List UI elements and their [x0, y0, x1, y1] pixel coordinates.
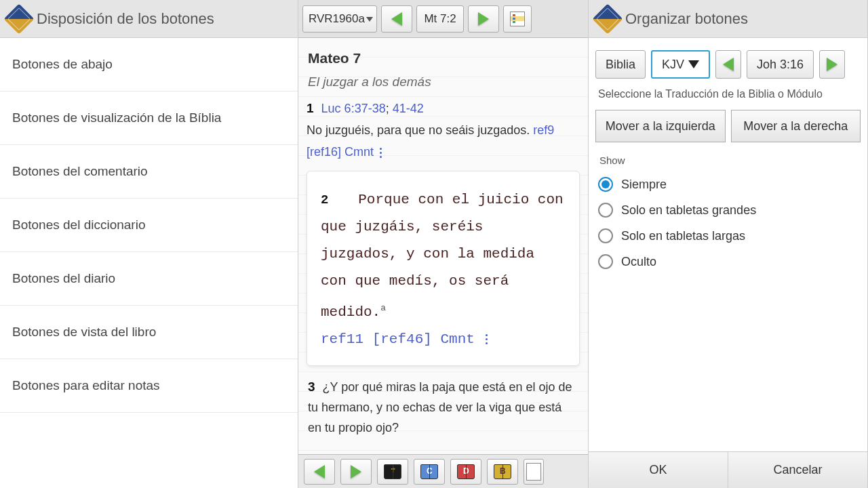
radio-icon	[598, 228, 613, 243]
list-item[interactable]: Botones del diario	[0, 252, 298, 306]
reference-button[interactable]: Mt 7:2	[416, 5, 464, 33]
ref-link[interactable]: ref11	[321, 331, 363, 347]
commentary-link[interactable]: Cmnt	[440, 331, 474, 347]
list-item[interactable]: Botones de visualización de la Bíblia	[0, 92, 298, 145]
bible-toolbar: RVR1960a Mt 7:2	[298, 0, 588, 38]
arrow-right-icon	[351, 465, 361, 479]
verse-number: 1	[307, 101, 314, 115]
reference-button[interactable]: Joh 3:16	[747, 50, 814, 79]
arrow-left-icon	[314, 465, 325, 479]
bible-book-button[interactable]	[377, 459, 408, 485]
prev-button[interactable]	[381, 5, 412, 33]
arrow-left-icon	[391, 12, 402, 26]
panel-center: RVR1960a Mt 7:2 Mateo 7 El juzgar a los …	[298, 0, 589, 488]
bible-text-area: Mateo 7 El juzgar a los demás 1 Luc 6:37…	[298, 38, 588, 454]
version-button-selected[interactable]: KJV	[651, 50, 710, 79]
panel-right: Organizar botones Biblia KJV Joh 3:16 Se…	[589, 0, 868, 488]
version-label: RVR1960a	[309, 12, 365, 26]
arrow-right-icon	[478, 12, 489, 26]
book-button[interactable]	[487, 459, 518, 485]
move-row: Mover a la izquierda Mover a la derecha	[589, 110, 867, 155]
header-right: Organizar botones	[589, 0, 867, 38]
caption-text: Seleccione la Traducción de la Biblia o …	[589, 85, 867, 110]
verse-number: 3	[308, 380, 315, 394]
ok-button[interactable]: OK	[589, 452, 728, 488]
commentary-book-button[interactable]	[414, 459, 445, 485]
commentary-link[interactable]: Cmnt	[344, 145, 374, 159]
bible-icon	[384, 464, 401, 479]
biblia-button[interactable]: Biblia	[595, 50, 646, 79]
radio-option[interactable]: Solo en tabletas largas	[598, 223, 858, 249]
notes-icon	[526, 463, 541, 481]
verse-text: No juzguéis, para que no seáis juzgados.	[307, 123, 533, 137]
verse-row: 3 ¿Y por qué miras la paja que está en e…	[307, 377, 580, 438]
radio-option[interactable]: Solo en tabletas grandes	[598, 197, 858, 223]
radio-option[interactable]: Oculto	[598, 249, 858, 274]
list-item[interactable]: Botones del comentario	[0, 145, 298, 199]
arrow-right-icon	[827, 58, 837, 71]
list-item[interactable]: Botones para editar notas	[0, 359, 298, 413]
header-left: Disposición de los botones	[0, 0, 298, 38]
radio-option[interactable]: Siempre	[598, 171, 858, 197]
section-heading: El juzgar a los demás	[308, 75, 580, 89]
radio-icon	[598, 177, 613, 192]
verse-text: ¿Y por qué miras la paja que está en el …	[308, 380, 572, 434]
header-title-left: Disposición de los botones	[37, 10, 214, 28]
list-item[interactable]: Botones del diccionario	[0, 199, 298, 252]
next-button[interactable]	[468, 5, 499, 33]
move-right-button[interactable]: Mover a la derecha	[731, 110, 861, 142]
cross-ref-link[interactable]: Luc 6:37-38	[321, 102, 386, 115]
header-title-right: Organizar botones	[625, 10, 748, 28]
dictionary-icon	[457, 464, 475, 479]
organize-toolbar: Biblia KJV Joh 3:16	[589, 38, 867, 85]
chapter-title: Mateo 7	[308, 50, 580, 66]
chevron-down-icon	[366, 17, 373, 22]
ref-link[interactable]: ref9	[533, 123, 554, 137]
footnote-mark[interactable]: a	[380, 303, 386, 313]
prev-footer-button[interactable]	[304, 459, 335, 485]
list-item[interactable]: Botones de abajo	[0, 38, 298, 92]
arrow-left-icon	[723, 58, 734, 71]
app-icon	[592, 3, 623, 34]
radio-icon	[598, 254, 613, 269]
dialog-footer: OK Cancelar	[589, 451, 867, 488]
dictionary-book-button[interactable]	[450, 459, 481, 485]
next-footer-button[interactable]	[340, 459, 372, 485]
parallel-icon	[510, 12, 525, 26]
verse-row: 1 Luc 6:37-38; 41-42 No juzguéis, para q…	[307, 98, 580, 163]
chevron-down-icon	[688, 60, 699, 68]
show-radio-group: Siempre Solo en tabletas grandes Solo en…	[589, 171, 867, 274]
book-icon	[494, 464, 511, 479]
commentary-icon	[420, 464, 438, 479]
notes-button[interactable]	[524, 459, 544, 485]
list-item[interactable]: Botones de vista del libro	[0, 306, 298, 359]
panel-left: Disposición de los botones Botones de ab…	[0, 0, 298, 488]
more-icon[interactable]	[486, 338, 488, 340]
more-icon[interactable]	[380, 152, 382, 154]
app-icon	[3, 3, 34, 34]
ref-link[interactable]: [ref46]	[372, 331, 432, 347]
cancel-button[interactable]: Cancelar	[728, 452, 867, 488]
version-selector[interactable]: RVR1960a	[302, 5, 377, 33]
radio-icon	[598, 203, 613, 218]
show-label: Show	[589, 155, 867, 171]
prev-button[interactable]	[715, 50, 741, 79]
next-button[interactable]	[819, 50, 845, 79]
verse-text: Porque con el juicio con que juzgáis, se…	[321, 192, 564, 320]
parallel-button[interactable]	[503, 5, 532, 33]
move-left-button[interactable]: Mover a la izquierda	[595, 110, 726, 142]
verse-number: 2	[321, 192, 328, 207]
bottom-toolbar	[298, 454, 588, 488]
cross-ref-link[interactable]: 41-42	[393, 102, 424, 115]
button-category-list: Botones de abajo Botones de visualizació…	[0, 38, 298, 488]
selected-verse-card: 2 Porque con el juicio con que juzgáis, …	[307, 171, 580, 366]
ref-link[interactable]: [ref16]	[307, 145, 341, 159]
